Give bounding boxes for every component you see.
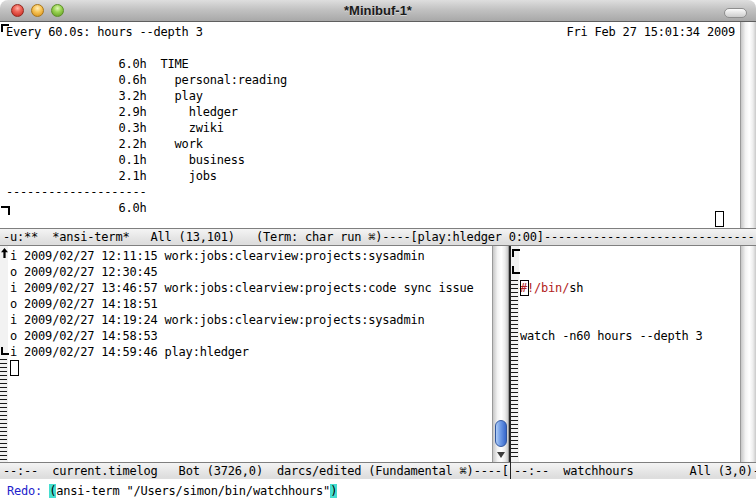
window-title: *Minibuf-1* xyxy=(0,0,756,22)
timelog-buffer[interactable]: i 2009/02/27 12:11:15 work:jobs:clearvie… xyxy=(0,246,492,462)
term-line[interactable]: 3.2h play xyxy=(6,88,756,104)
timelog-line[interactable]: i 2009/02/27 12:11:15 work:jobs:clearvie… xyxy=(10,248,492,264)
timelog-scrollbar[interactable] xyxy=(492,246,509,462)
term-hollow-cursor xyxy=(715,211,724,227)
timelog-line[interactable]: i 2009/02/27 14:19:24 work:jobs:clearvie… xyxy=(10,312,492,328)
ansi-term-buffer[interactable]: Every 60.0s: hours --depth 3 Fri Feb 27 … xyxy=(0,22,756,228)
watch-header-row: Every 60.0s: hours --depth 3 Fri Feb 27 … xyxy=(6,24,756,40)
timelog-line[interactable]: i 2009/02/27 14:59:46 play:hledger xyxy=(10,344,492,360)
term-scrollbar[interactable] xyxy=(740,22,756,228)
scrollbar-thumb[interactable] xyxy=(495,420,507,447)
script-line-shebang[interactable]: #!/bin/sh xyxy=(520,280,740,296)
timelog-line[interactable]: i 2009/02/27 13:46:57 work:jobs:clearvie… xyxy=(10,280,492,296)
buffer-bottom-angle-icon xyxy=(512,266,520,274)
term-line[interactable]: 6.0h TIME xyxy=(6,56,756,72)
timelog-line[interactable]: o 2009/02/27 14:58:53 xyxy=(10,328,492,344)
empty-lines-stipple xyxy=(0,359,7,460)
buffer-end-angle-icon xyxy=(1,206,10,215)
buffer-top-angle-icon xyxy=(512,249,520,257)
term-line[interactable]: 0.3h zwiki xyxy=(6,120,756,136)
matched-close-paren: ) xyxy=(330,484,337,498)
watchhours-buffer[interactable]: #!/bin/sh watch -n60 hours --depth 3 xyxy=(511,246,740,462)
timelog-hollow-cursor xyxy=(10,360,19,376)
redo-prompt: Redo: xyxy=(7,484,49,498)
scroll-down-arrow[interactable] xyxy=(497,452,505,458)
empty-lines-stipple xyxy=(511,280,518,460)
watch-command-text: Every 60.0s: hours --depth 3 xyxy=(6,24,203,40)
timelog-line[interactable]: o 2009/02/27 14:18:51 xyxy=(10,296,492,312)
term-line[interactable]: 2.9h hledger xyxy=(6,104,756,120)
shebang-shell-name: sh xyxy=(569,281,583,295)
script-scrollbar[interactable] xyxy=(740,246,756,462)
modeline-ansi-term: -u:** *ansi-term* All (13,101) (Term: ch… xyxy=(0,228,756,246)
watch-timestamp: Fri Feb 27 15:01:34 2009 xyxy=(566,24,735,40)
minibuffer-expression: ansi-term "/Users/simon/bin/watchhours" xyxy=(56,484,330,498)
title-bar[interactable]: *Minibuf-1* xyxy=(0,0,756,22)
modeline-timelog: --:-- current.timelog Bot (3726,0) darcs… xyxy=(0,462,510,480)
toolbar-toggle-button[interactable] xyxy=(724,8,747,18)
term-line[interactable]: 0.1h business xyxy=(6,152,756,168)
buffer-top-angle-icon xyxy=(1,24,9,32)
term-line[interactable]: 2.1h jobs xyxy=(6,168,756,184)
script-hollow-cursor xyxy=(520,280,529,296)
emacs-window: *Minibuf-1* Every 60.0s: hours --depth 3… xyxy=(0,0,756,502)
term-line[interactable]: 2.2h work xyxy=(6,136,756,152)
modeline-watchhours: --:-- watchhours All (3,0)---- xyxy=(511,462,756,480)
term-line[interactable]: -------------------- xyxy=(6,184,756,200)
minibuffer[interactable]: Redo: (ansi-term "/Users/simon/bin/watch… xyxy=(0,479,756,502)
script-line[interactable]: watch -n60 hours --depth 3 xyxy=(520,328,740,344)
timelog-line[interactable]: o 2009/02/27 12:30:45 xyxy=(10,264,492,280)
term-line[interactable] xyxy=(6,40,756,56)
buffer-bottom-angle-icon xyxy=(1,347,9,355)
term-line[interactable]: 0.6h personal:reading xyxy=(6,72,756,88)
term-line[interactable]: 6.0h xyxy=(6,200,756,216)
